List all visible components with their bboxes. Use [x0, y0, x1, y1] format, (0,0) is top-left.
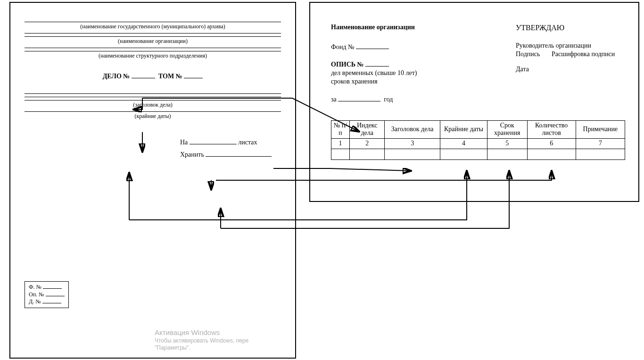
- caption-unit: (наименование структурного подразделения…: [25, 52, 281, 59]
- caption-org: (наименование организации): [25, 38, 281, 45]
- store-field[interactable]: [206, 156, 272, 157]
- delo-label: ДЕЛО №: [103, 73, 130, 80]
- fund-field[interactable]: [356, 49, 389, 49]
- na-label: На: [180, 139, 188, 146]
- sheets-block: На листах Хранить: [180, 139, 281, 159]
- table-header-row: № п/п Индекс дела Заголовок дела Крайние…: [331, 120, 625, 139]
- corner-reference-box: Ф. № Оп. № Д. №: [25, 281, 69, 308]
- year-label: год: [384, 96, 393, 103]
- caption-case-title: (заголовок дела): [25, 101, 281, 109]
- watermark-line3: "Параметры".: [155, 344, 248, 352]
- date-label: Дата: [516, 65, 624, 74]
- tom-field[interactable]: [184, 78, 203, 78]
- sign-label: Подпись: [516, 50, 540, 58]
- approve-label: УТВЕРЖДАЮ: [516, 24, 624, 32]
- org-name-label: Наименование организации: [331, 24, 516, 31]
- case-cover-form: (наименование государственного (муниципа…: [9, 2, 296, 359]
- head-label: Руководитель организации: [516, 42, 624, 50]
- caption-dates: (крайние даты): [25, 113, 281, 120]
- decipher-label: Расшифровка подписи: [552, 50, 615, 58]
- opis-sub2: сроков хранения: [331, 77, 516, 86]
- delo-field[interactable]: [132, 78, 155, 78]
- op-label: Оп. №: [29, 291, 44, 298]
- line: [25, 51, 281, 51]
- f-label: Ф. №: [29, 284, 41, 290]
- fund-label: Фонд №: [331, 43, 355, 50]
- f-field[interactable]: [43, 288, 62, 289]
- col-note: Примечание: [576, 120, 625, 139]
- col-storage: Срок хранения: [487, 120, 527, 139]
- sheets-label: листах: [238, 139, 257, 146]
- op-field[interactable]: [46, 296, 65, 296]
- year-field[interactable]: [338, 101, 380, 101]
- opis-label: ОПИСЬ №: [331, 61, 364, 68]
- za-label: за: [331, 96, 337, 103]
- col-dates: Крайние даты: [440, 120, 487, 139]
- inventory-form: Наименование организации Фонд № ОПИСЬ № …: [309, 2, 639, 202]
- line: [25, 100, 281, 100]
- col-sheets: Количество листов: [527, 120, 576, 139]
- table-row: [331, 149, 625, 159]
- tom-label: ТОМ №: [158, 73, 182, 80]
- d-field[interactable]: [42, 303, 61, 303]
- opis-sub1: дел временных (свыше 10 лет): [331, 69, 516, 77]
- col-npp: № п/п: [331, 120, 350, 139]
- case-number-line: ДЕЛО № ТОМ №: [25, 73, 281, 80]
- line: [25, 36, 281, 37]
- line: [25, 111, 281, 112]
- watermark-title: Активация Windows: [155, 328, 248, 337]
- caption-archive: (наименование государственного (муниципа…: [25, 23, 281, 30]
- watermark-line2: Чтобы активировать Windows, пере: [155, 337, 248, 344]
- opis-field[interactable]: [365, 66, 389, 67]
- col-index: Индекс дела: [350, 120, 385, 139]
- col-title: Заголовок дела: [385, 120, 440, 139]
- table-number-row: 1 2 3 4 5 6 7: [331, 139, 625, 149]
- d-label: Д. №: [29, 298, 41, 305]
- line: [25, 22, 281, 22]
- inventory-table: № п/п Индекс дела Заголовок дела Крайние…: [331, 120, 625, 160]
- windows-activation-watermark: Активация Windows Чтобы активировать Win…: [155, 328, 248, 352]
- sheets-field[interactable]: [190, 144, 237, 144]
- store-label: Хранить: [180, 151, 204, 158]
- approval-block: УТВЕРЖДАЮ Руководитель организации Подпи…: [516, 24, 624, 103]
